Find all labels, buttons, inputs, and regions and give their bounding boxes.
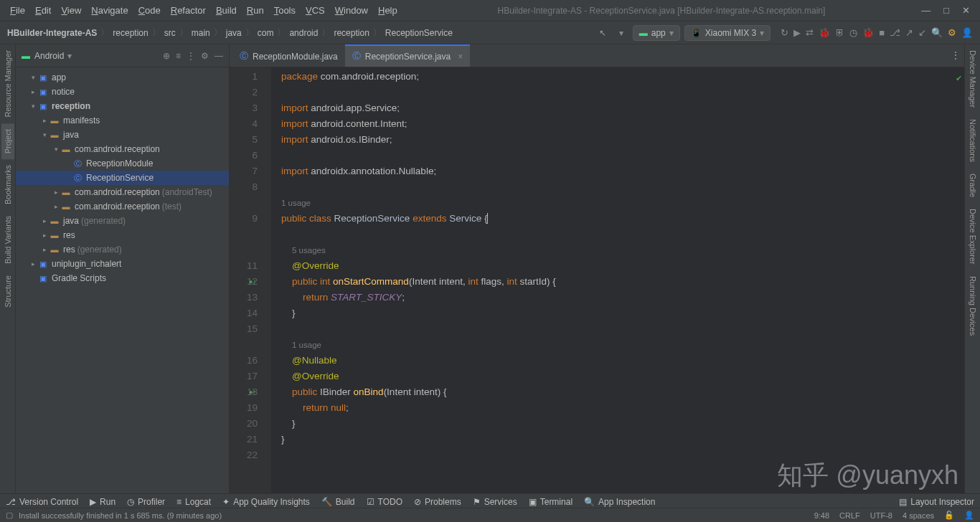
tree-node[interactable]: ▸▬res bbox=[16, 228, 229, 242]
menu-code[interactable]: Code bbox=[134, 3, 165, 18]
target-icon[interactable]: ⊕ bbox=[163, 51, 170, 61]
push-icon[interactable]: ↗ bbox=[905, 27, 913, 38]
tool-tab-project[interactable]: Project bbox=[1, 123, 14, 159]
indent-setting[interactable]: 4 spaces bbox=[903, 511, 934, 520]
tree-node[interactable]: ▣Gradle Scripts bbox=[16, 271, 229, 285]
search-icon[interactable]: 🔍 bbox=[931, 27, 943, 38]
collapse-icon[interactable]: ⋮ bbox=[187, 51, 195, 61]
readonly-icon[interactable]: 🔓 bbox=[944, 511, 954, 520]
menu-tools[interactable]: Tools bbox=[270, 3, 300, 18]
coverage-icon[interactable]: ⛨ bbox=[835, 27, 844, 38]
line-separator[interactable]: CRLF bbox=[839, 511, 860, 520]
hide-icon[interactable]: — bbox=[215, 51, 223, 61]
tree-node[interactable]: ⒸReceptionModule bbox=[16, 156, 229, 171]
bottom-tab-build[interactable]: 🔨Build bbox=[321, 497, 355, 507]
tree-node[interactable]: ▾▣reception bbox=[16, 99, 229, 113]
tool-tab-notifications[interactable]: Notifications bbox=[966, 113, 979, 168]
breadcrumb-item[interactable]: java bbox=[226, 28, 242, 38]
dropdown-icon[interactable]: ▾ bbox=[614, 26, 628, 40]
pull-icon[interactable]: ↙ bbox=[918, 27, 926, 38]
close-icon[interactable]: ✕ bbox=[962, 5, 970, 16]
tree-node[interactable]: ▸▣notice bbox=[16, 85, 229, 99]
bottom-tab-problems[interactable]: ⊘Problems bbox=[414, 497, 461, 507]
tree-node[interactable]: ▸▬com.android.reception(test) bbox=[16, 199, 229, 214]
breadcrumb-item[interactable]: main bbox=[192, 28, 210, 38]
menu-run[interactable]: Run bbox=[242, 3, 268, 18]
status-hide-icon[interactable]: ▢ bbox=[6, 511, 13, 520]
menu-view[interactable]: View bbox=[57, 3, 85, 18]
bottom-tab-run[interactable]: ▶Run bbox=[90, 497, 116, 507]
menu-edit[interactable]: Edit bbox=[31, 3, 55, 18]
menu-file[interactable]: File bbox=[6, 3, 29, 18]
bottom-tab-profiler[interactable]: ◷Profiler bbox=[127, 497, 165, 507]
tree-node[interactable]: ▸▬manifests bbox=[16, 113, 229, 128]
code-editor[interactable]: 1234567891112●↑131415161718●↑19202122 pa… bbox=[230, 67, 964, 499]
tool-tab-structure[interactable]: Structure bbox=[1, 270, 14, 313]
tree-node[interactable]: ▸▬com.android.reception(androidTest) bbox=[16, 185, 229, 199]
breadcrumb-item[interactable]: android bbox=[289, 28, 318, 38]
bottom-tab-layout-inspector[interactable]: ▤Layout Inspector bbox=[899, 497, 974, 507]
profile-icon[interactable]: ◷ bbox=[849, 27, 857, 38]
tree-node[interactable]: ⒸReceptionService bbox=[16, 171, 229, 185]
bottom-tab-logcat[interactable]: ≡Logcat bbox=[176, 497, 211, 507]
editor-tab[interactable]: ⒸReceptionService.java× bbox=[345, 44, 470, 67]
file-encoding[interactable]: UTF-8 bbox=[870, 511, 892, 520]
bottom-tab-app-quality-insights[interactable]: ✦App Quality Insights bbox=[222, 497, 310, 507]
more-icon[interactable]: ⋮ bbox=[951, 50, 960, 60]
bottom-tab-services[interactable]: ⚑Services bbox=[473, 497, 517, 507]
breadcrumb-item[interactable]: HBuilder-Integrate-AS bbox=[7, 28, 97, 38]
tool-tab-device-explorer[interactable]: Device Explorer bbox=[966, 203, 979, 270]
run-icon[interactable]: ▶ bbox=[793, 27, 801, 38]
editor-tab[interactable]: ⒸReceptionModule.java bbox=[232, 44, 345, 67]
tree-node[interactable]: ▸▣uniplugin_richalert bbox=[16, 257, 229, 271]
menu-navigate[interactable]: Navigate bbox=[87, 3, 132, 18]
caret-position[interactable]: 9:48 bbox=[814, 511, 829, 520]
minimize-icon[interactable]: — bbox=[921, 5, 930, 16]
attach-icon[interactable]: 🐞 bbox=[862, 27, 874, 38]
tool-tab-resource-manager[interactable]: Resource Manager bbox=[1, 44, 14, 123]
tree-node[interactable]: ▾▬java bbox=[16, 128, 229, 142]
project-tree[interactable]: ▾▣app▸▣notice▾▣reception▸▬manifests▾▬jav… bbox=[16, 67, 229, 499]
device-selector[interactable]: 📱 Xiaomi MIX 3 ▾ bbox=[684, 25, 771, 41]
account-icon[interactable]: 👤 bbox=[961, 27, 973, 38]
notification-icon[interactable]: 👤 bbox=[964, 511, 974, 520]
tool-tab-device-manager[interactable]: Device Manager bbox=[966, 44, 979, 113]
chevron-down-icon[interactable]: ▾ bbox=[67, 51, 72, 61]
reload-icon[interactable]: ↻ bbox=[781, 27, 788, 38]
run-config-selector[interactable]: ▬ app ▾ bbox=[633, 25, 680, 41]
settings-icon[interactable]: ⚙ bbox=[948, 27, 956, 38]
breadcrumb-item[interactable]: ReceptionService bbox=[385, 28, 453, 38]
tool-tab-running-devices[interactable]: Running Devices bbox=[966, 270, 979, 341]
debug-icon[interactable]: 🐞 bbox=[819, 27, 830, 38]
breadcrumb-item[interactable]: reception bbox=[113, 28, 148, 38]
stop-icon[interactable]: ■ bbox=[879, 27, 885, 38]
bottom-tab-app-inspection[interactable]: 🔍App Inspection bbox=[584, 497, 655, 507]
gear-icon[interactable]: ⚙ bbox=[201, 51, 209, 61]
tree-node[interactable]: ▸▬res(generated) bbox=[16, 242, 229, 257]
menu-build[interactable]: Build bbox=[212, 3, 241, 18]
bottom-tab-version-control[interactable]: ⎇Version Control bbox=[6, 497, 78, 507]
close-tab-icon[interactable]: × bbox=[458, 52, 463, 62]
breadcrumb-item[interactable]: com bbox=[258, 28, 274, 38]
tree-node[interactable]: ▸▬java(generated) bbox=[16, 214, 229, 228]
bottom-tab-terminal[interactable]: ▣Terminal bbox=[529, 497, 573, 507]
tool-tab-build-variants[interactable]: Build Variants bbox=[1, 210, 14, 270]
filter-icon[interactable]: ≡ bbox=[176, 51, 181, 61]
tree-node[interactable]: ▾▬com.android.reception bbox=[16, 142, 229, 156]
menu-refactor[interactable]: Refactor bbox=[166, 3, 210, 18]
view-selector[interactable]: Android bbox=[34, 51, 64, 61]
breadcrumb-item[interactable]: src bbox=[164, 28, 176, 38]
menu-help[interactable]: Help bbox=[374, 3, 402, 18]
tree-node[interactable]: ▾▣app bbox=[16, 70, 229, 85]
bottom-tab-todo[interactable]: ☑TODO bbox=[367, 497, 402, 507]
breadcrumb-item[interactable]: reception bbox=[334, 28, 369, 38]
menu-window[interactable]: Window bbox=[331, 3, 372, 18]
menu-vcs[interactable]: VCS bbox=[301, 3, 329, 18]
apply-changes-icon[interactable]: ⇄ bbox=[806, 27, 814, 38]
maximize-icon[interactable]: □ bbox=[943, 5, 949, 16]
git-icon[interactable]: ⎇ bbox=[890, 27, 900, 38]
hammer-icon[interactable]: ↖ bbox=[595, 26, 610, 40]
tool-tab-gradle[interactable]: Gradle bbox=[966, 168, 979, 203]
inspection-icon[interactable]: ✔ bbox=[956, 70, 961, 86]
tool-tab-bookmarks[interactable]: Bookmarks bbox=[1, 159, 14, 210]
